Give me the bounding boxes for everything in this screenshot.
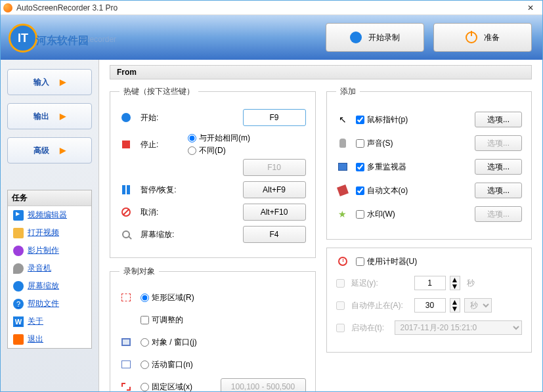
- autotext-options-button[interactable]: 选项...: [475, 183, 522, 198]
- task-open-video[interactable]: 打开视频: [8, 224, 91, 242]
- target-fixed-radio[interactable]: 固定区域(x): [141, 381, 192, 392]
- rect-icon: [119, 291, 133, 304]
- delay-spinner[interactable]: ▲▼: [450, 276, 460, 290]
- chevron-right-icon: ▶: [60, 112, 66, 121]
- add-autotext-check[interactable]: 自动文本(o): [356, 185, 475, 196]
- mic-icon: [13, 263, 24, 274]
- nav-advanced[interactable]: 高级▶: [7, 137, 92, 163]
- target-object-radio[interactable]: 对象 / 窗口(j): [141, 337, 197, 348]
- ready-label: 准备: [484, 32, 500, 43]
- autostop-check: [336, 301, 345, 310]
- pause-label: 暂停/恢复:: [141, 185, 188, 196]
- sound-icon: [336, 137, 349, 150]
- add-cursor-check[interactable]: 鼠标指针(p): [356, 114, 475, 125]
- task-zoom[interactable]: 屏幕缩放: [8, 277, 91, 295]
- autostop-label: 自动停止在(A):: [351, 300, 410, 311]
- task-movie-maker[interactable]: 影片制作: [8, 242, 91, 259]
- adjustable-check[interactable]: 可调整的: [141, 315, 183, 326]
- delay-input[interactable]: [414, 276, 446, 290]
- add-sound-check[interactable]: 声音(S): [356, 138, 475, 149]
- folder-icon: [13, 228, 24, 238]
- monitor-icon: [336, 160, 349, 173]
- header: IT 河东软件园 AutoScreenRecorder 开始录制 准备: [1, 15, 542, 60]
- zoom-label: 屏幕缩放:: [141, 229, 188, 240]
- star-icon: ★: [336, 207, 349, 221]
- stop-label: 停止:: [141, 139, 188, 150]
- record-icon: [350, 32, 362, 43]
- watermark-overlay: 河东软件园: [36, 34, 89, 48]
- power-icon: [466, 32, 477, 43]
- stop-diff-radio[interactable]: 不同(D): [188, 145, 306, 156]
- delay-check: [336, 279, 345, 288]
- chevron-right-icon: ▶: [60, 146, 66, 155]
- add-legend: 添加: [336, 86, 360, 97]
- zoom-hotkey[interactable]: F4: [243, 226, 306, 243]
- multi-options-button[interactable]: 选项...: [475, 159, 522, 175]
- fixed-region-value: 100,100 - 500,500: [221, 378, 306, 391]
- starton-check: [336, 324, 345, 332]
- movie-icon: [13, 246, 24, 256]
- nav-input[interactable]: 输入▶: [7, 69, 92, 95]
- timer-group: 使用计时器(U) 延迟(y): ▲▼ 秒 自动停止在(A): ▲▼: [326, 248, 532, 353]
- about-icon: W: [13, 316, 24, 327]
- pause-icon: [119, 183, 133, 196]
- close-button[interactable]: ✕: [521, 3, 540, 12]
- ready-button[interactable]: 准备: [433, 23, 532, 52]
- hotkeys-legend: 热键（按下这些键）: [119, 86, 198, 97]
- fixed-icon: [119, 380, 133, 391]
- start-label: 开始:: [141, 112, 188, 123]
- video-editor-icon: [13, 210, 24, 221]
- task-video-editor[interactable]: 视频编辑器: [8, 206, 91, 224]
- cancel-icon: [119, 206, 133, 219]
- exit-icon: [13, 334, 24, 345]
- stop-hotkey: F10: [243, 159, 306, 176]
- object-icon: [119, 336, 133, 349]
- nav-output[interactable]: 输出▶: [7, 103, 92, 129]
- sidebar: 输入▶ 输出▶ 高级▶ 任务 视频编辑器 打开视频 影片制作 录音机 屏幕缩放 …: [1, 60, 99, 391]
- target-active-radio[interactable]: 活动窗口(n): [141, 359, 193, 370]
- watermark-options-button: 选项...: [475, 206, 522, 222]
- start-record-button[interactable]: 开始录制: [326, 23, 424, 52]
- active-window-icon: [119, 358, 133, 371]
- target-group: 录制对象 矩形区域(R) 可调整的 对象 / 窗口(j) 活动窗口(n): [110, 266, 316, 391]
- autotext-icon: [336, 184, 349, 197]
- task-help[interactable]: ?帮助文件: [8, 295, 91, 313]
- help-icon: ?: [13, 299, 24, 309]
- autostop-unit-select[interactable]: 秒: [464, 298, 492, 313]
- logo-badge: IT: [9, 24, 37, 53]
- add-watermark-check[interactable]: 水印(W): [356, 209, 475, 220]
- titlebar: AutoScreenRecorder 3.1 Pro ✕: [1, 1, 542, 15]
- app-icon: [3, 3, 12, 12]
- sound-options-button: 选项...: [475, 135, 522, 151]
- hotkeys-group: 热键（按下这些键） 开始: F9 停止: 与开始相同(m) 不同(D): [110, 86, 316, 258]
- chevron-right-icon: ▶: [60, 77, 66, 87]
- task-about[interactable]: W关于: [8, 313, 91, 330]
- window-title: AutoScreenRecorder 3.1 Pro: [16, 3, 521, 12]
- tasks-header: 任务: [8, 190, 91, 206]
- add-group: 添加 ↖ 鼠标指针(p) 选项... 声音(S) 选项... 多重监视器: [326, 86, 532, 240]
- starton-label: 启动在(t):: [351, 322, 391, 334]
- cancel-hotkey[interactable]: Alt+F10: [243, 204, 306, 221]
- target-rect-radio[interactable]: 矩形区域(R): [141, 292, 194, 303]
- from-header: From: [110, 65, 532, 79]
- autostop-input[interactable]: [414, 298, 446, 313]
- autostop-spinner[interactable]: ▲▼: [450, 298, 460, 313]
- target-legend: 录制对象: [119, 266, 159, 277]
- cursor-options-button[interactable]: 选项...: [475, 112, 522, 127]
- pause-hotkey[interactable]: Alt+F9: [243, 181, 306, 198]
- task-recorder[interactable]: 录音机: [8, 259, 91, 277]
- start-record-label: 开始录制: [368, 32, 400, 43]
- sec-unit: 秒: [467, 278, 475, 289]
- stop-icon: [119, 138, 133, 151]
- add-multi-check[interactable]: 多重监视器: [356, 162, 475, 173]
- clock-icon: [336, 255, 349, 268]
- cancel-label: 取消:: [141, 207, 188, 218]
- start-icon: [119, 111, 133, 124]
- start-hotkey[interactable]: F9: [243, 109, 306, 126]
- starton-select[interactable]: 2017-11月-20 15:21:0: [395, 320, 523, 335]
- stop-same-radio[interactable]: 与开始相同(m): [188, 133, 306, 144]
- task-exit[interactable]: 退出: [8, 330, 91, 348]
- zoom-icon: [13, 281, 24, 292]
- use-timer-check[interactable]: 使用计时器(U): [356, 256, 523, 267]
- main-panel: From 热键（按下这些键） 开始: F9 停止: 与开始相同(m): [99, 60, 542, 391]
